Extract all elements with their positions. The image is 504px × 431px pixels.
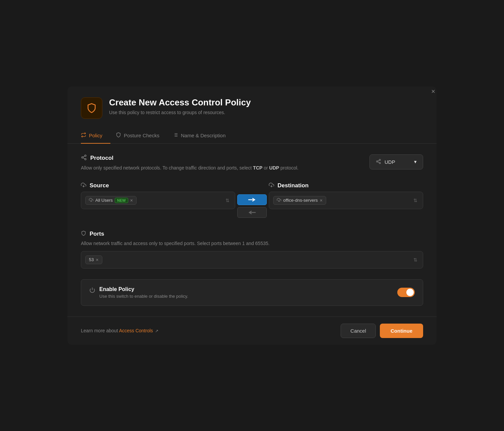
backward-arrow-button[interactable]: [237, 207, 267, 218]
close-button[interactable]: ×: [430, 87, 437, 96]
protocol-description: Allow only specified network protocols. …: [81, 164, 363, 172]
protocol-select-icon: [376, 159, 381, 165]
source-icon: [81, 182, 86, 189]
port-tag-remove-button[interactable]: ×: [96, 257, 98, 262]
destination-tag-remove-button[interactable]: ×: [320, 198, 322, 203]
destination-tag-label: office-dns-servers: [283, 198, 318, 203]
policy-tab-icon: [81, 132, 86, 139]
port-tag-value: 53: [89, 257, 94, 262]
destination-tag-icon: [277, 198, 281, 203]
svg-line-10: [83, 156, 85, 157]
modal-footer: Learn more about Access Controls ↗ Cance…: [67, 317, 437, 345]
source-section: Source All Users NEW ×: [81, 182, 235, 209]
modal-title: Create New Access Control Policy: [109, 97, 423, 108]
source-input-box[interactable]: All Users NEW × ⇅: [81, 192, 235, 209]
destination-section: Destination office-dns-servers ×: [269, 182, 423, 209]
source-tag-icon: [89, 198, 93, 203]
protocol-dropdown[interactable]: UDP ▾: [369, 154, 423, 170]
modal-icon: [81, 97, 102, 119]
enable-policy-toggle[interactable]: [397, 288, 415, 297]
ports-description: Allow network traffic and access only to…: [81, 240, 423, 247]
source-input-inner: All Users NEW ×: [85, 196, 224, 205]
protocol-title: Protocol: [90, 155, 113, 161]
ports-icon: [81, 231, 86, 237]
footer-actions: Cancel Continue: [341, 324, 423, 338]
cancel-button[interactable]: Cancel: [341, 324, 376, 338]
destination-tag: office-dns-servers ×: [273, 196, 326, 205]
tab-name-label: Name & Description: [181, 133, 225, 138]
modal-header: Create New Access Control Policy Use thi…: [67, 87, 437, 119]
ports-section: Ports Allow network traffic and access o…: [81, 231, 423, 269]
tab-posture-label: Posture Checks: [124, 133, 159, 138]
svg-line-14: [378, 162, 380, 163]
source-tag-all-users: All Users NEW ×: [85, 196, 137, 205]
svg-point-8: [85, 158, 86, 160]
source-tag-remove-button[interactable]: ×: [130, 198, 133, 203]
protocol-select-inner: UDP: [376, 159, 395, 165]
enable-policy-text: Enable Policy Use this switch to enable …: [99, 286, 188, 299]
enable-policy-title: Enable Policy: [99, 286, 188, 292]
destination-icon: [269, 182, 274, 189]
destination-header: Destination: [269, 182, 423, 189]
access-controls-link[interactable]: Access Controls: [119, 328, 153, 333]
direction-arrows: [235, 182, 269, 220]
destination-chevron-icon[interactable]: ⇅: [412, 197, 419, 204]
tab-policy-label: Policy: [89, 133, 102, 138]
protocol-selected-value: UDP: [385, 159, 395, 165]
svg-point-6: [85, 155, 86, 156]
svg-point-13: [379, 162, 381, 163]
continue-button[interactable]: Continue: [380, 324, 423, 338]
tab-posture-checks[interactable]: Posture Checks: [116, 128, 167, 144]
source-tag-new-badge: NEW: [115, 198, 128, 203]
protocol-section: Protocol Allow only specified network pr…: [81, 154, 423, 172]
source-dest-section: Source All Users NEW ×: [81, 182, 423, 220]
protocol-header: Protocol: [81, 154, 363, 162]
modal-subtitle: Use this policy to restrict access to gr…: [109, 110, 423, 115]
forward-arrow-button[interactable]: [237, 194, 267, 205]
ports-header: Ports: [81, 231, 423, 237]
source-title: Source: [90, 182, 109, 189]
modal-body: Protocol Allow only specified network pr…: [67, 144, 437, 317]
modal: Create New Access Control Policy Use thi…: [67, 87, 437, 345]
toggle-knob: [406, 289, 414, 296]
svg-line-9: [83, 158, 85, 159]
ports-chevron-icon[interactable]: ⇅: [412, 256, 419, 263]
enable-policy-description: Use this switch to enable or disable the…: [99, 294, 188, 299]
external-link-icon: ↗: [155, 329, 158, 333]
protocol-text: Protocol Allow only specified network pr…: [81, 154, 363, 172]
svg-point-7: [82, 156, 83, 158]
destination-title: Destination: [278, 182, 309, 189]
footer-learn-text: Learn more about Access Controls ↗: [81, 328, 158, 333]
protocol-icon: [81, 154, 87, 162]
svg-point-11: [379, 159, 381, 160]
tabs-bar: Policy Posture Checks Name & Description: [67, 128, 437, 144]
modal-title-area: Create New Access Control Policy Use thi…: [109, 97, 423, 115]
source-chevron-icon[interactable]: ⇅: [224, 197, 231, 204]
tab-name-description[interactable]: Name & Description: [173, 128, 234, 144]
posture-tab-icon: [116, 132, 121, 139]
destination-input-inner: office-dns-servers ×: [273, 196, 412, 205]
ports-inner: 53 ×: [85, 255, 412, 264]
svg-point-12: [376, 161, 378, 162]
protocol-chevron-icon: ▾: [414, 159, 417, 165]
enable-policy-icon: [89, 287, 95, 294]
tab-policy[interactable]: Policy: [81, 128, 110, 144]
port-tag-53: 53 ×: [85, 255, 102, 264]
source-tag-label: All Users: [95, 198, 113, 203]
ports-input-box[interactable]: 53 × ⇅: [81, 251, 423, 269]
enable-policy-box: Enable Policy Use this switch to enable …: [81, 279, 423, 306]
svg-line-15: [378, 160, 380, 161]
enable-policy-left: Enable Policy Use this switch to enable …: [89, 286, 188, 299]
destination-input-box[interactable]: office-dns-servers × ⇅: [269, 192, 423, 209]
name-tab-icon: [173, 132, 178, 139]
source-header: Source: [81, 182, 235, 189]
ports-title: Ports: [90, 231, 104, 237]
